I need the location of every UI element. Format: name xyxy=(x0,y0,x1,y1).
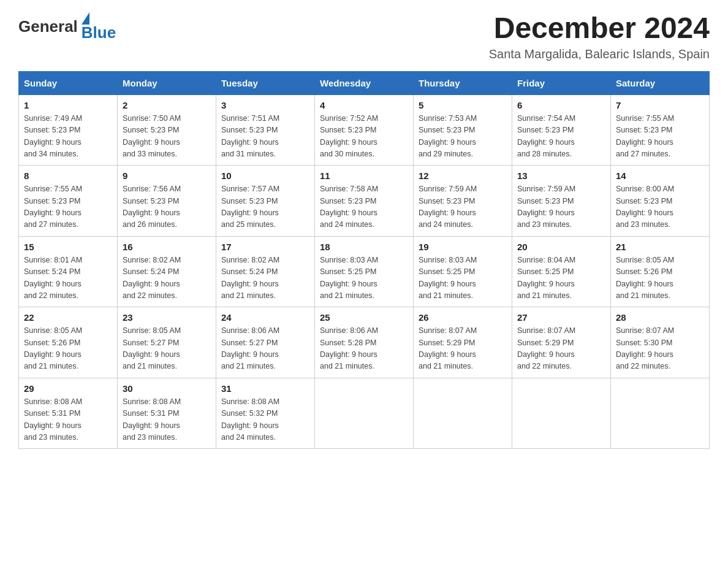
day-cell-21: 21 Sunrise: 8:05 AM Sunset: 5:26 PM Dayl… xyxy=(611,236,710,307)
day-number: 31 xyxy=(221,383,309,394)
column-header-monday: Monday xyxy=(118,71,216,94)
day-cell-12: 12 Sunrise: 7:59 AM Sunset: 5:23 PM Dayl… xyxy=(414,166,512,237)
day-number: 5 xyxy=(419,100,507,110)
day-number: 26 xyxy=(419,312,507,323)
day-info: Sunrise: 7:59 AM Sunset: 5:23 PM Dayligh… xyxy=(517,185,575,229)
day-cell-19: 19 Sunrise: 8:03 AM Sunset: 5:25 PM Dayl… xyxy=(414,236,512,307)
day-cell-24: 24 Sunrise: 8:06 AM Sunset: 5:27 PM Dayl… xyxy=(216,307,315,378)
day-cell-28: 28 Sunrise: 8:07 AM Sunset: 5:30 PM Dayl… xyxy=(611,307,710,378)
day-number: 10 xyxy=(221,170,309,181)
day-info: Sunrise: 8:03 AM Sunset: 5:25 PM Dayligh… xyxy=(419,256,477,300)
day-number: 7 xyxy=(616,100,704,110)
location-title: Santa Margalida, Balearic Islands, Spain xyxy=(489,47,710,61)
week-row-3: 15 Sunrise: 8:01 AM Sunset: 5:24 PM Dayl… xyxy=(19,236,710,307)
day-info: Sunrise: 8:07 AM Sunset: 5:29 PM Dayligh… xyxy=(517,326,575,370)
day-number: 8 xyxy=(24,170,112,181)
day-info: Sunrise: 7:53 AM Sunset: 5:23 PM Dayligh… xyxy=(419,114,477,158)
day-cell-27: 27 Sunrise: 8:07 AM Sunset: 5:29 PM Dayl… xyxy=(512,307,611,378)
empty-cell xyxy=(512,378,611,449)
day-info: Sunrise: 8:08 AM Sunset: 5:32 PM Dayligh… xyxy=(221,397,279,442)
day-info: Sunrise: 8:05 AM Sunset: 5:26 PM Dayligh… xyxy=(24,326,82,370)
week-row-2: 8 Sunrise: 7:55 AM Sunset: 5:23 PM Dayli… xyxy=(19,166,710,237)
logo: General Blue xyxy=(18,12,116,40)
day-cell-22: 22 Sunrise: 8:05 AM Sunset: 5:26 PM Dayl… xyxy=(19,307,118,378)
day-info: Sunrise: 7:55 AM Sunset: 5:23 PM Dayligh… xyxy=(616,114,674,158)
day-info: Sunrise: 7:49 AM Sunset: 5:23 PM Dayligh… xyxy=(24,114,82,158)
day-cell-23: 23 Sunrise: 8:05 AM Sunset: 5:27 PM Dayl… xyxy=(118,307,216,378)
day-cell-15: 15 Sunrise: 8:01 AM Sunset: 5:24 PM Dayl… xyxy=(19,236,118,307)
calendar-table: SundayMondayTuesdayWednesdayThursdayFrid… xyxy=(18,71,710,450)
day-number: 12 xyxy=(419,170,507,181)
day-info: Sunrise: 8:08 AM Sunset: 5:31 PM Dayligh… xyxy=(123,397,181,442)
day-cell-17: 17 Sunrise: 8:02 AM Sunset: 5:24 PM Dayl… xyxy=(216,236,315,307)
day-info: Sunrise: 8:01 AM Sunset: 5:24 PM Dayligh… xyxy=(24,256,82,300)
column-header-friday: Friday xyxy=(512,71,611,94)
day-info: Sunrise: 7:58 AM Sunset: 5:23 PM Dayligh… xyxy=(320,185,378,229)
day-number: 3 xyxy=(221,100,309,110)
day-info: Sunrise: 7:54 AM Sunset: 5:23 PM Dayligh… xyxy=(517,114,575,158)
day-cell-3: 3 Sunrise: 7:51 AM Sunset: 5:23 PM Dayli… xyxy=(216,94,315,166)
calendar-header: SundayMondayTuesdayWednesdayThursdayFrid… xyxy=(19,71,710,94)
day-info: Sunrise: 8:07 AM Sunset: 5:30 PM Dayligh… xyxy=(616,326,674,370)
day-info: Sunrise: 7:50 AM Sunset: 5:23 PM Dayligh… xyxy=(123,114,181,158)
day-info: Sunrise: 8:03 AM Sunset: 5:25 PM Dayligh… xyxy=(320,256,378,300)
day-number: 24 xyxy=(221,312,309,323)
day-number: 22 xyxy=(24,312,112,323)
day-info: Sunrise: 8:05 AM Sunset: 5:26 PM Dayligh… xyxy=(616,256,674,300)
day-number: 23 xyxy=(123,312,211,323)
day-info: Sunrise: 8:00 AM Sunset: 5:23 PM Dayligh… xyxy=(616,185,674,229)
day-info: Sunrise: 8:02 AM Sunset: 5:24 PM Dayligh… xyxy=(123,256,181,300)
day-info: Sunrise: 8:07 AM Sunset: 5:29 PM Dayligh… xyxy=(419,326,477,370)
day-info: Sunrise: 7:52 AM Sunset: 5:23 PM Dayligh… xyxy=(320,114,378,158)
day-info: Sunrise: 7:51 AM Sunset: 5:23 PM Dayligh… xyxy=(221,114,279,158)
week-row-1: 1 Sunrise: 7:49 AM Sunset: 5:23 PM Dayli… xyxy=(19,94,710,166)
empty-cell xyxy=(414,378,512,449)
day-cell-6: 6 Sunrise: 7:54 AM Sunset: 5:23 PM Dayli… xyxy=(512,94,611,166)
day-info: Sunrise: 8:05 AM Sunset: 5:27 PM Dayligh… xyxy=(123,326,181,370)
day-number: 19 xyxy=(419,242,507,252)
day-number: 16 xyxy=(123,242,211,252)
day-number: 20 xyxy=(517,242,605,252)
day-number: 18 xyxy=(320,242,408,252)
day-cell-8: 8 Sunrise: 7:55 AM Sunset: 5:23 PM Dayli… xyxy=(19,166,118,237)
day-cell-18: 18 Sunrise: 8:03 AM Sunset: 5:25 PM Dayl… xyxy=(315,236,414,307)
logo-text-blue: Blue xyxy=(82,25,116,40)
day-number: 30 xyxy=(123,383,211,394)
page-header: General Blue December 2024 Santa Margali… xyxy=(18,12,710,61)
day-cell-25: 25 Sunrise: 8:06 AM Sunset: 5:28 PM Dayl… xyxy=(315,307,414,378)
day-cell-14: 14 Sunrise: 8:00 AM Sunset: 5:23 PM Dayl… xyxy=(611,166,710,237)
day-number: 25 xyxy=(320,312,408,323)
day-cell-4: 4 Sunrise: 7:52 AM Sunset: 5:23 PM Dayli… xyxy=(315,94,414,166)
day-cell-29: 29 Sunrise: 8:08 AM Sunset: 5:31 PM Dayl… xyxy=(19,378,118,449)
column-header-sunday: Sunday xyxy=(19,71,118,94)
month-title: December 2024 xyxy=(489,12,710,45)
day-number: 6 xyxy=(517,100,605,110)
empty-cell xyxy=(315,378,414,449)
week-row-5: 29 Sunrise: 8:08 AM Sunset: 5:31 PM Dayl… xyxy=(19,378,710,449)
day-cell-5: 5 Sunrise: 7:53 AM Sunset: 5:23 PM Dayli… xyxy=(414,94,512,166)
day-info: Sunrise: 7:55 AM Sunset: 5:23 PM Dayligh… xyxy=(24,185,82,229)
day-info: Sunrise: 7:59 AM Sunset: 5:23 PM Dayligh… xyxy=(419,185,477,229)
day-cell-30: 30 Sunrise: 8:08 AM Sunset: 5:31 PM Dayl… xyxy=(118,378,216,449)
day-number: 1 xyxy=(24,100,112,110)
day-cell-26: 26 Sunrise: 8:07 AM Sunset: 5:29 PM Dayl… xyxy=(414,307,512,378)
day-number: 13 xyxy=(517,170,605,181)
day-cell-7: 7 Sunrise: 7:55 AM Sunset: 5:23 PM Dayli… xyxy=(611,94,710,166)
day-number: 4 xyxy=(320,100,408,110)
calendar-body: 1 Sunrise: 7:49 AM Sunset: 5:23 PM Dayli… xyxy=(19,94,710,449)
day-info: Sunrise: 7:56 AM Sunset: 5:23 PM Dayligh… xyxy=(123,185,181,229)
day-number: 29 xyxy=(24,383,112,394)
day-number: 28 xyxy=(616,312,704,323)
day-cell-11: 11 Sunrise: 7:58 AM Sunset: 5:23 PM Dayl… xyxy=(315,166,414,237)
logo-text-general: General xyxy=(18,17,78,36)
day-info: Sunrise: 8:06 AM Sunset: 5:27 PM Dayligh… xyxy=(221,326,279,370)
day-number: 17 xyxy=(221,242,309,252)
title-section: December 2024 Santa Margalida, Balearic … xyxy=(489,12,710,61)
day-number: 2 xyxy=(123,100,211,110)
column-header-wednesday: Wednesday xyxy=(315,71,414,94)
week-row-4: 22 Sunrise: 8:05 AM Sunset: 5:26 PM Dayl… xyxy=(19,307,710,378)
column-header-thursday: Thursday xyxy=(414,71,512,94)
day-info: Sunrise: 8:08 AM Sunset: 5:31 PM Dayligh… xyxy=(24,397,82,442)
day-cell-9: 9 Sunrise: 7:56 AM Sunset: 5:23 PM Dayli… xyxy=(118,166,216,237)
day-cell-13: 13 Sunrise: 7:59 AM Sunset: 5:23 PM Dayl… xyxy=(512,166,611,237)
